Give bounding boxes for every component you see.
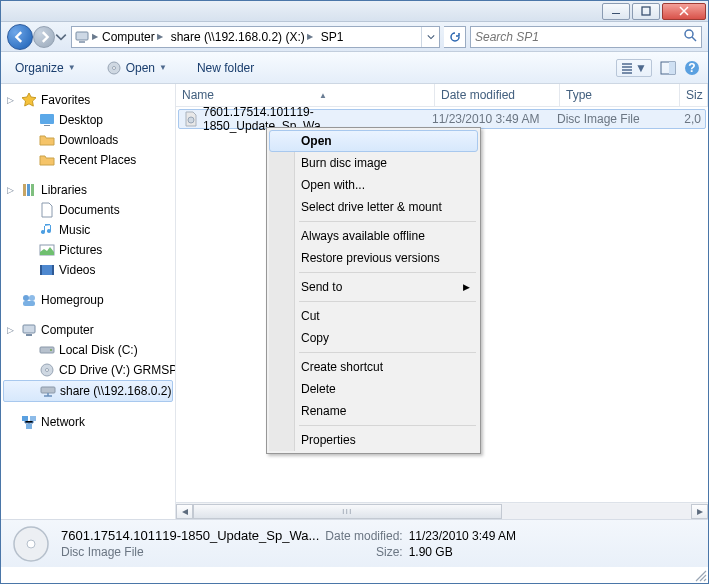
context-cut[interactable]: Cut <box>269 305 478 327</box>
new-folder-button[interactable]: New folder <box>191 59 260 77</box>
column-type[interactable]: Type <box>560 84 680 106</box>
network-icon <box>21 414 37 430</box>
svg-rect-11 <box>44 125 50 126</box>
context-properties[interactable]: Properties <box>269 429 478 451</box>
context-restore[interactable]: Restore previous versions <box>269 247 478 269</box>
file-area[interactable]: 7601.17514.101119-1850_Update_Sp_Wa... 1… <box>176 107 708 502</box>
disk-icon <box>39 342 55 358</box>
nav-label: Music <box>59 223 90 237</box>
nav-recent-places[interactable]: Recent Places <box>1 150 175 170</box>
nav-downloads[interactable]: Downloads <box>1 130 175 150</box>
view-button[interactable]: ▼ <box>616 59 652 77</box>
maximize-button[interactable] <box>632 3 660 20</box>
nav-documents[interactable]: Documents <box>1 200 175 220</box>
context-send-to[interactable]: Send to▶ <box>269 276 478 298</box>
menu-label: Properties <box>301 433 356 447</box>
toolbar-label: Open <box>126 61 155 75</box>
nav-pictures[interactable]: Pictures <box>1 240 175 260</box>
breadcrumb-segment-share[interactable]: share (\\192.168.0.2) (X:)▶ <box>167 27 317 47</box>
body: ▷Favorites Desktop Downloads Recent Plac… <box>1 84 708 519</box>
svg-point-32 <box>188 117 194 123</box>
svg-point-25 <box>50 349 52 351</box>
svg-rect-22 <box>23 325 35 333</box>
breadcrumb-segment-sp1[interactable]: SP1 <box>317 27 348 47</box>
organize-button[interactable]: Organize ▼ <box>9 59 82 77</box>
homegroup-header[interactable]: Homegroup <box>1 290 175 310</box>
computer-icon <box>21 322 37 338</box>
context-rename[interactable]: Rename <box>269 400 478 422</box>
svg-rect-29 <box>22 416 28 421</box>
chevron-down-icon: ▼ <box>635 61 647 75</box>
horizontal-scrollbar[interactable]: ◂ ııı ▸ <box>176 502 708 519</box>
computer-icon <box>72 29 92 45</box>
network-header[interactable]: Network <box>1 412 175 432</box>
forward-button[interactable] <box>33 26 55 48</box>
file-date: 11/23/2010 3:49 AM <box>432 112 557 126</box>
computer-header[interactable]: ▷Computer <box>1 320 175 340</box>
context-mount[interactable]: Select drive letter & mount <box>269 196 478 218</box>
breadcrumb-label: SP1 <box>321 30 344 44</box>
favorites-header[interactable]: ▷Favorites <box>1 90 175 110</box>
column-date[interactable]: Date modified <box>435 84 560 106</box>
svg-rect-12 <box>23 184 26 196</box>
column-size[interactable]: Siz <box>680 84 708 106</box>
column-name[interactable]: Name▲ <box>176 84 435 106</box>
search-input[interactable] <box>475 30 684 44</box>
cd-icon <box>39 362 55 378</box>
nav-desktop[interactable]: Desktop <box>1 110 175 130</box>
file-list-area: Name▲ Date modified Type Siz 7601.17514.… <box>176 84 708 519</box>
nav-label: share (\\192.168.0.2) <box>60 384 171 398</box>
menu-label: Restore previous versions <box>301 251 440 265</box>
nav-local-disk[interactable]: Local Disk (C:) <box>1 340 175 360</box>
context-delete[interactable]: Delete <box>269 378 478 400</box>
menu-label: Rename <box>301 404 346 418</box>
minimize-button[interactable] <box>602 3 630 20</box>
scroll-right-button[interactable]: ▸ <box>691 504 708 519</box>
nav-videos[interactable]: Videos <box>1 260 175 280</box>
back-button[interactable] <box>7 24 33 50</box>
search-icon <box>684 29 697 45</box>
menu-label: Select drive letter & mount <box>301 200 442 214</box>
scroll-left-button[interactable]: ◂ <box>176 504 193 519</box>
open-button[interactable]: Open ▼ <box>100 58 173 78</box>
details-modified-label: Date modified: <box>325 529 402 543</box>
search-box[interactable] <box>470 26 702 48</box>
music-icon <box>39 222 55 238</box>
breadcrumb-dropdown[interactable] <box>421 27 439 47</box>
breadcrumb[interactable]: ▶ Computer▶ share (\\192.168.0.2) (X:)▶ … <box>71 26 440 48</box>
help-button[interactable]: ? <box>684 60 700 76</box>
nav-cd-drive[interactable]: CD Drive (V:) GRMSP <box>1 360 175 380</box>
nav-share-drive[interactable]: share (\\192.168.0.2) <box>3 380 173 402</box>
preview-pane-button[interactable] <box>660 60 676 76</box>
explorer-window: ▶ Computer▶ share (\\192.168.0.2) (X:)▶ … <box>0 0 709 584</box>
details-size-value: 1.90 GB <box>409 545 516 559</box>
refresh-button[interactable] <box>444 26 466 48</box>
close-button[interactable] <box>662 3 706 20</box>
context-open-with[interactable]: Open with... <box>269 174 478 196</box>
column-label: Siz <box>686 88 703 102</box>
svg-rect-17 <box>40 265 42 275</box>
nav-buttons <box>7 24 67 50</box>
context-offline[interactable]: Always available offline <box>269 225 478 247</box>
file-type: Disc Image File <box>557 112 677 126</box>
libraries-header[interactable]: ▷Libraries <box>1 180 175 200</box>
context-open[interactable]: Open <box>269 130 478 152</box>
file-row[interactable]: 7601.17514.101119-1850_Update_Sp_Wa... 1… <box>178 109 706 129</box>
sort-arrow-icon: ▲ <box>319 91 327 100</box>
nav-history-dropdown[interactable] <box>55 27 67 47</box>
nav-label: Downloads <box>59 133 118 147</box>
details-modified-value: 11/23/2010 3:49 AM <box>409 529 516 543</box>
file-thumbnail-icon <box>11 524 51 564</box>
context-copy[interactable]: Copy <box>269 327 478 349</box>
context-create-shortcut[interactable]: Create shortcut <box>269 356 478 378</box>
scroll-thumb[interactable]: ııı <box>193 504 502 519</box>
document-icon <box>39 202 55 218</box>
scroll-track[interactable]: ııı <box>193 504 691 519</box>
nav-music[interactable]: Music <box>1 220 175 240</box>
breadcrumb-segment-computer[interactable]: Computer▶ <box>98 27 167 47</box>
file-size: 2,0 <box>677 112 705 126</box>
resize-grip[interactable] <box>693 568 707 582</box>
context-burn[interactable]: Burn disc image <box>269 152 478 174</box>
nav-label: Libraries <box>41 183 87 197</box>
menu-label: Delete <box>301 382 336 396</box>
